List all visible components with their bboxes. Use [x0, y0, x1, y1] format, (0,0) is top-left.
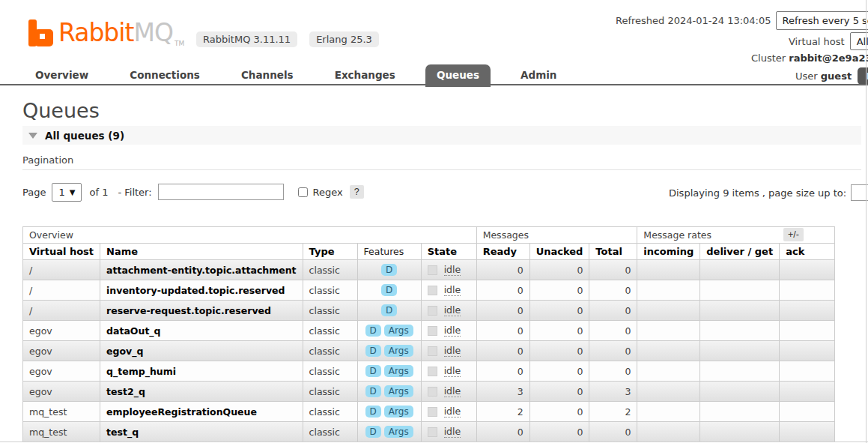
queue-name-link[interactable]: employeeRegistrationQueue	[100, 402, 303, 422]
window-right-edge	[866, 0, 867, 443]
logo-trademark: TM	[174, 40, 184, 47]
queue-name-link[interactable]: test_q	[100, 422, 303, 442]
window-bottom-edge	[0, 442, 868, 442]
features-cell: DArgs	[357, 382, 421, 402]
regex-checkbox[interactable]	[298, 187, 308, 197]
rabbitmq-version-badge: RabbitMQ 3.11.11	[196, 31, 297, 47]
queue-name-link[interactable]: q_temp_humi	[100, 361, 303, 382]
features-cell: DArgs	[357, 422, 421, 442]
state-text: idle	[444, 304, 461, 317]
page-select[interactable]: 1 ▼	[52, 183, 82, 202]
deliver-get-rate-cell	[700, 280, 780, 301]
erlang-version-badge: Erlang 25.3	[309, 31, 379, 47]
deliver-get-rate-cell	[700, 361, 780, 382]
rabbitmq-logo[interactable]: Rabbit MQ TM	[28, 18, 184, 48]
features-cell: D	[357, 280, 421, 301]
tab-connections[interactable]: Connections	[118, 64, 211, 87]
unacked-cell: 0	[529, 341, 589, 361]
col-header-ack[interactable]: ack	[780, 244, 835, 260]
total-cell: 2	[589, 402, 637, 422]
vhost-cell: mq_test	[23, 422, 100, 442]
tab-queues[interactable]: Queues	[425, 64, 491, 87]
queue-row: /attachment-entity.topic.attachmentclass…	[23, 260, 835, 280]
cluster-label: Cluster	[751, 52, 786, 64]
features-cell: DArgs	[357, 402, 421, 422]
feature-badge-d: D	[365, 406, 381, 418]
all-queues-section-header[interactable]: All queues (9)	[22, 126, 861, 145]
col-header-name[interactable]: Name	[100, 244, 303, 260]
queue-row: mq_testemployeeRegistrationQueueclassicD…	[23, 402, 835, 422]
type-cell: classic	[303, 321, 357, 341]
features-cell: DArgs	[357, 321, 421, 341]
vhost-cell: egov	[23, 321, 100, 341]
incoming-rate-cell	[637, 361, 700, 382]
type-cell: classic	[303, 341, 357, 361]
ready-cell: 0	[476, 341, 529, 361]
col-header-ready[interactable]: Ready	[476, 244, 529, 260]
ready-cell: 0	[476, 260, 529, 280]
vhost-cell: egov	[23, 382, 100, 402]
type-cell: classic	[303, 422, 357, 442]
queues-table: Overview Messages Message rates Virtual …	[22, 226, 835, 442]
ack-rate-cell	[780, 361, 835, 382]
queue-name-link[interactable]: reserve-request.topic.reserved	[100, 301, 303, 321]
queue-name-link[interactable]: attachment-entity.topic.attachment	[100, 260, 303, 280]
vhost-cell: /	[23, 301, 100, 321]
logo-text-mq: MQ	[133, 18, 172, 47]
unacked-cell: 0	[529, 382, 589, 402]
column-toggle-button[interactable]: +/-	[783, 228, 804, 241]
state-text: idle	[444, 385, 461, 398]
state-indicator-icon	[428, 306, 437, 316]
type-cell: classic	[303, 382, 357, 402]
virtual-host-row: Virtual host All	[789, 32, 868, 50]
queue-row: /reserve-request.topic.reservedclassicDi…	[23, 301, 835, 321]
incoming-rate-cell	[637, 382, 700, 402]
tab-channels[interactable]: Channels	[230, 64, 305, 87]
queue-row: /inventory-updated.topic.reservedclassic…	[23, 280, 835, 301]
total-cell: 0	[589, 422, 637, 442]
queue-name-link[interactable]: inventory-updated.topic.reserved	[100, 280, 303, 301]
ack-rate-cell	[780, 341, 835, 361]
virtual-host-label: Virtual host	[789, 36, 845, 47]
all-queues-label: All queues (9)	[45, 130, 124, 142]
queue-name-link[interactable]: egov_q	[100, 341, 303, 361]
total-cell: 0	[589, 260, 637, 280]
state-indicator-icon	[428, 346, 437, 356]
col-header-incoming[interactable]: incoming	[637, 244, 700, 260]
refresh-interval-select[interactable]: Refresh every 5 seconds	[776, 11, 868, 30]
col-header-unacked[interactable]: Unacked	[529, 244, 589, 260]
feature-badge-args: Args	[384, 345, 413, 357]
cluster-name: rabbit@2e9a23b	[789, 52, 868, 64]
state-text: idle	[444, 365, 461, 378]
tab-admin[interactable]: Admin	[509, 64, 568, 87]
feature-badge-args: Args	[384, 406, 413, 418]
type-cell: classic	[303, 301, 357, 321]
feature-badge-d: D	[365, 385, 381, 397]
ready-cell: 0	[476, 280, 529, 301]
feature-badge-d: D	[365, 365, 381, 377]
features-cell: D	[357, 260, 421, 280]
tab-overview[interactable]: Overview	[24, 64, 100, 87]
col-header-virtual-host[interactable]: Virtual host	[23, 244, 100, 260]
queue-row: egovdataOut_qclassicDArgsidle000	[23, 321, 835, 341]
state-text: idle	[444, 325, 461, 337]
col-header-deliver-get[interactable]: deliver / get	[700, 244, 780, 260]
chevron-down-icon: ▼	[70, 188, 76, 196]
queues-table-body: /attachment-entity.topic.attachmentclass…	[23, 260, 835, 442]
filter-label: - Filter:	[118, 187, 151, 198]
col-header-state[interactable]: State	[421, 244, 476, 260]
queue-name-link[interactable]: test2_q	[100, 382, 303, 402]
col-header-type[interactable]: Type	[303, 244, 357, 260]
state-text: idle	[444, 406, 461, 418]
ack-rate-cell	[780, 260, 835, 280]
filter-input[interactable]	[158, 184, 284, 200]
tab-exchanges[interactable]: Exchanges	[324, 64, 407, 87]
state-cell: idle	[421, 321, 476, 341]
type-cell: classic	[303, 260, 357, 280]
queue-name-link[interactable]: dataOut_q	[100, 321, 303, 341]
col-header-total[interactable]: Total	[589, 244, 637, 260]
refresh-status-row: Refreshed 2024-01-24 13:04:05 Refresh ev…	[616, 11, 868, 30]
regex-help-button[interactable]: ?	[350, 185, 364, 199]
deliver-get-rate-cell	[700, 422, 780, 442]
logo-text-rabbit: Rabbit	[58, 18, 133, 47]
